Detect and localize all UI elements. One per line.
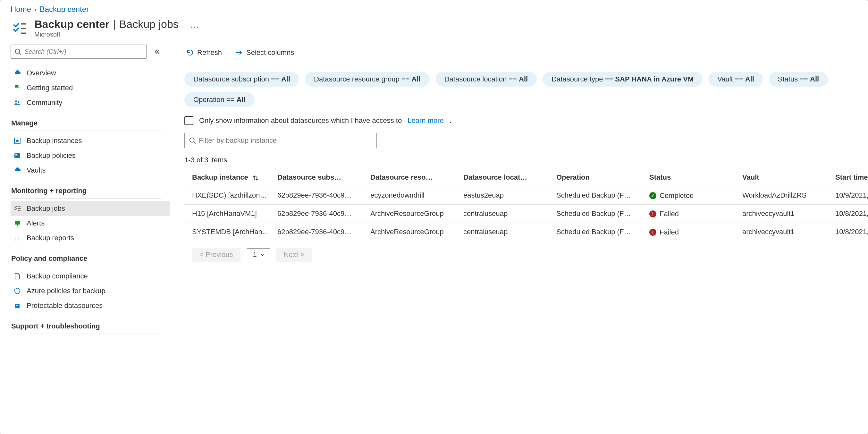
- page-header: Backup center | Backup jobs Microsoft ··…: [0, 15, 868, 44]
- learn-more-link[interactable]: Learn more: [407, 117, 444, 125]
- sidebar-item-backup-compliance[interactable]: Backup compliance: [10, 269, 161, 284]
- cell-subscription: 62b829ee-7936-40c9…: [277, 186, 370, 205]
- filter-pill[interactable]: Datasource location == All: [435, 72, 537, 87]
- col-backup-instance[interactable]: Backup instance: [184, 169, 277, 186]
- policies-icon: [13, 151, 22, 160]
- cell-status: !Failed: [649, 205, 742, 223]
- chevron-down-icon: [260, 252, 265, 257]
- svg-point-3: [16, 49, 20, 54]
- cell-operation: Scheduled Backup (F…: [556, 223, 649, 241]
- arrow-right-icon: [235, 49, 243, 57]
- cell-resource-group: ArchiveResourceGroup: [370, 205, 463, 223]
- filter-pill[interactable]: Status == All: [769, 72, 828, 87]
- refresh-button[interactable]: Refresh: [184, 47, 224, 58]
- sidebar-item-label: Alerts: [27, 219, 44, 227]
- page-title-main: Backup center: [34, 18, 109, 30]
- azpolicy-icon: [13, 287, 22, 295]
- sidebar-item-backup-policies[interactable]: Backup policies: [10, 148, 161, 163]
- cell-location: centraluseuap: [463, 223, 556, 241]
- cell-backup-instance: HXE(SDC) [azdrillzon…: [184, 186, 277, 205]
- svg-rect-11: [16, 156, 18, 156]
- sidebar-item-backup-jobs[interactable]: Backup jobs: [10, 201, 170, 216]
- page-title: Backup center | Backup jobs: [34, 18, 179, 30]
- sidebar-section: Monitoring + reportingBackup jobsAlertsB…: [10, 185, 170, 245]
- page-subtitle: Microsoft: [34, 31, 179, 38]
- sidebar-item-label: Backup instances: [27, 137, 82, 145]
- cell-vault: archiveccyvault1: [742, 205, 835, 223]
- sidebar-item-label: Backup reports: [27, 234, 74, 242]
- next-button[interactable]: Next >: [276, 248, 312, 262]
- cell-start-time: 10/8/2021,: [835, 223, 868, 241]
- sidebar-item-backup-reports[interactable]: Backup reports: [10, 230, 161, 245]
- sidebar-item-vaults[interactable]: Vaults: [10, 163, 161, 178]
- filter-pill[interactable]: Datasource subscription == All: [184, 72, 299, 87]
- sidebar-item-label: Vaults: [27, 166, 46, 175]
- pager: < Previous 1 Next >: [184, 241, 868, 262]
- col-location[interactable]: Datasource locat…: [463, 169, 556, 186]
- sidebar-item-backup-instances[interactable]: Backup instances: [10, 133, 161, 148]
- table-row[interactable]: SYSTEMDB [ArchHan…62b829ee-7936-40c9…Arc…: [184, 223, 868, 241]
- sidebar-item-alerts[interactable]: Alerts: [10, 216, 161, 230]
- col-resource-group[interactable]: Datasource reso…: [370, 169, 463, 186]
- instances-icon: [13, 137, 22, 145]
- people-icon: [13, 98, 22, 107]
- col-status[interactable]: Status: [649, 169, 742, 186]
- sidebar-item-community[interactable]: Community: [10, 95, 161, 110]
- cell-vault: WorkloadAzDrillZRS: [742, 186, 835, 205]
- sort-icon: [252, 175, 259, 182]
- status-failed-icon: !: [649, 210, 656, 217]
- filter-pill[interactable]: Operation == All: [184, 92, 255, 107]
- filter-pill[interactable]: Datasource resource group == All: [305, 72, 430, 87]
- select-columns-button[interactable]: Select columns: [234, 47, 296, 58]
- sidebar-section-heading: Monitoring + reporting: [10, 185, 161, 198]
- sidebar-section: Support + troubleshooting: [10, 320, 170, 334]
- sidebar-item-overview[interactable]: Overview: [10, 66, 161, 81]
- sidebar-search: [10, 44, 147, 59]
- access-filter-row: Only show information about datasources …: [184, 113, 868, 133]
- sidebar-item-protectable-datasources[interactable]: Protectable datasources: [10, 298, 161, 313]
- collapse-sidebar-button[interactable]: [152, 47, 161, 56]
- cell-resource-group: ArchiveResourceGroup: [370, 223, 463, 241]
- more-actions-button[interactable]: ···: [184, 22, 205, 32]
- compliance-icon: [13, 272, 22, 280]
- backup-instance-filter-input[interactable]: [184, 133, 377, 148]
- sidebar-section: ManageBackup instancesBackup policiesVau…: [10, 117, 170, 178]
- cell-subscription: 62b829ee-7936-40c9…: [277, 223, 370, 241]
- previous-button[interactable]: < Previous: [192, 248, 241, 262]
- only-accessible-checkbox[interactable]: [184, 116, 193, 125]
- sidebar-item-azure-policies-for-backup[interactable]: Azure policies for backup: [10, 284, 161, 298]
- filter-pill[interactable]: Datasource type == SAP HANA in Azure VM: [542, 72, 703, 87]
- search-icon: [189, 137, 196, 144]
- toolbar: Refresh Select columns: [184, 44, 868, 64]
- backup-center-icon: [10, 20, 29, 37]
- col-vault[interactable]: Vault: [742, 169, 835, 186]
- col-operation[interactable]: Operation: [556, 169, 649, 186]
- sidebar-item-label: Backup jobs: [27, 204, 65, 213]
- table-row[interactable]: H15 [ArchHanaVM1]62b829ee-7936-40c9…Arch…: [184, 205, 868, 223]
- cloud-icon: [13, 69, 22, 77]
- sidebar-item-label: Backup policies: [27, 151, 76, 160]
- cell-vault: archiveccyvault1: [742, 223, 835, 241]
- refresh-icon: [186, 49, 194, 57]
- cell-location: centraluseuap: [463, 205, 556, 223]
- col-subscription[interactable]: Datasource subs…: [277, 169, 370, 186]
- svg-point-5: [15, 100, 17, 102]
- sidebar-item-label: Azure policies for backup: [27, 287, 105, 295]
- backup-instance-filter: [184, 133, 377, 148]
- col-start-time[interactable]: Start time: [835, 169, 868, 186]
- chevron-right-icon: ›: [34, 6, 36, 13]
- sidebar-item-label: Overview: [27, 69, 56, 77]
- cell-start-time: 10/9/2021,: [835, 186, 868, 205]
- backup-jobs-table: Backup instance Datasource subs… Datasou…: [184, 169, 868, 241]
- flag-icon: [13, 84, 22, 92]
- sidebar-item-getting-started[interactable]: Getting started: [10, 81, 161, 95]
- breadcrumb-backup-center[interactable]: Backup center: [40, 5, 89, 14]
- page-select[interactable]: 1: [247, 248, 270, 261]
- sidebar-section: Policy and complianceBackup complianceAz…: [10, 252, 170, 313]
- breadcrumb-home[interactable]: Home: [10, 5, 31, 14]
- table-row[interactable]: HXE(SDC) [azdrillzon…62b829ee-7936-40c9……: [184, 186, 868, 205]
- status-completed-icon: ✓: [649, 192, 656, 199]
- filter-pill[interactable]: Vault == All: [708, 72, 763, 87]
- sidebar-search-input[interactable]: [10, 44, 147, 59]
- svg-rect-21: [17, 305, 18, 306]
